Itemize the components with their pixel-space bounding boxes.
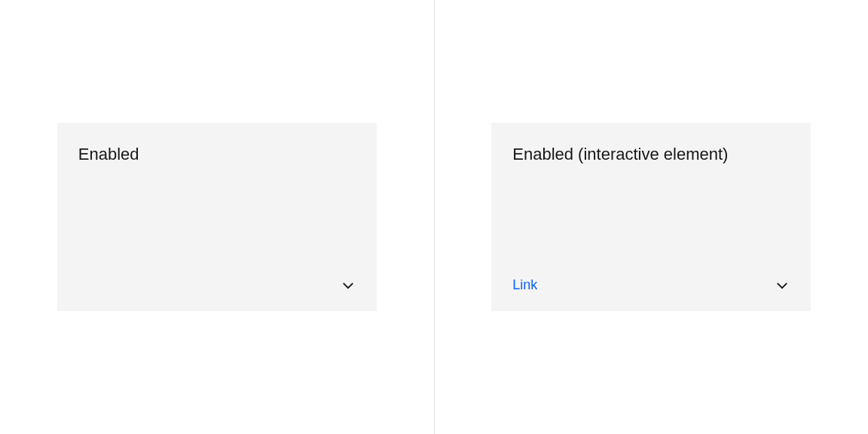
tile-footer	[78, 278, 356, 293]
expand-toggle[interactable]	[341, 278, 356, 293]
chevron-down-icon	[775, 278, 790, 293]
tile-enabled-interactive[interactable]: Enabled (interactive element) Link	[491, 123, 811, 311]
right-panel: Enabled (interactive element) Link	[435, 0, 869, 434]
chevron-down-icon	[341, 278, 356, 293]
tile-enabled[interactable]: Enabled	[57, 123, 377, 311]
tile-link[interactable]: Link	[512, 277, 537, 293]
expand-toggle[interactable]	[775, 278, 790, 293]
tile-footer: Link	[512, 277, 790, 293]
left-panel: Enabled	[0, 0, 434, 434]
tile-title: Enabled (interactive element)	[512, 144, 790, 166]
tile-title: Enabled	[78, 144, 356, 166]
